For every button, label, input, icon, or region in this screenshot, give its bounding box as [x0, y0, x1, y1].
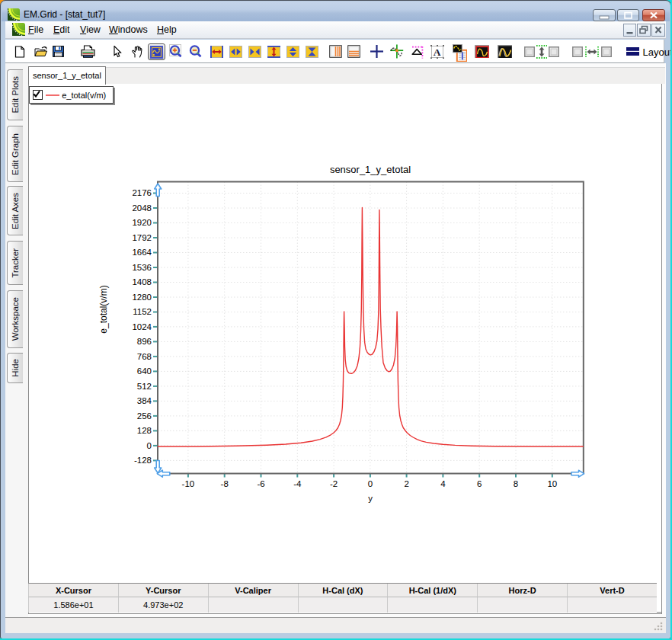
svg-text:1280: 1280: [132, 293, 152, 302]
svg-text:0: 0: [368, 479, 373, 488]
svg-text:384: 384: [137, 396, 152, 405]
svg-text:1920: 1920: [132, 218, 152, 227]
svg-text:2: 2: [404, 479, 408, 488]
svg-text:1664: 1664: [132, 248, 152, 257]
svg-text:y: y: [368, 494, 373, 503]
svg-text:768: 768: [137, 352, 152, 361]
svg-text:1536: 1536: [132, 263, 152, 272]
svg-text:10: 10: [547, 479, 557, 488]
svg-text:0: 0: [147, 441, 152, 450]
svg-text:2176: 2176: [132, 188, 152, 197]
svg-text:sensor_1_y_etotal: sensor_1_y_etotal: [330, 164, 411, 175]
svg-text:1408: 1408: [132, 277, 152, 286]
svg-text:8: 8: [514, 479, 518, 488]
svg-text:2048: 2048: [132, 203, 152, 213]
svg-text:256: 256: [137, 411, 152, 421]
svg-text:1152: 1152: [133, 307, 152, 316]
svg-text:6: 6: [477, 479, 482, 488]
svg-text:-4: -4: [293, 479, 302, 488]
svg-text:896: 896: [137, 337, 152, 346]
svg-text:-6: -6: [257, 479, 264, 488]
svg-text:1024: 1024: [132, 322, 152, 331]
svg-text:1792: 1792: [132, 233, 152, 242]
svg-text:-8: -8: [221, 479, 229, 488]
svg-text:-128: -128: [134, 456, 152, 465]
svg-text:640: 640: [137, 366, 152, 376]
svg-text:-2: -2: [330, 479, 338, 488]
svg-text:-10: -10: [182, 479, 195, 488]
svg-text:e_total(v/m): e_total(v/m): [98, 285, 109, 333]
svg-text:4: 4: [440, 479, 446, 488]
svg-text:512: 512: [137, 382, 152, 391]
svg-text:128: 128: [137, 426, 152, 435]
